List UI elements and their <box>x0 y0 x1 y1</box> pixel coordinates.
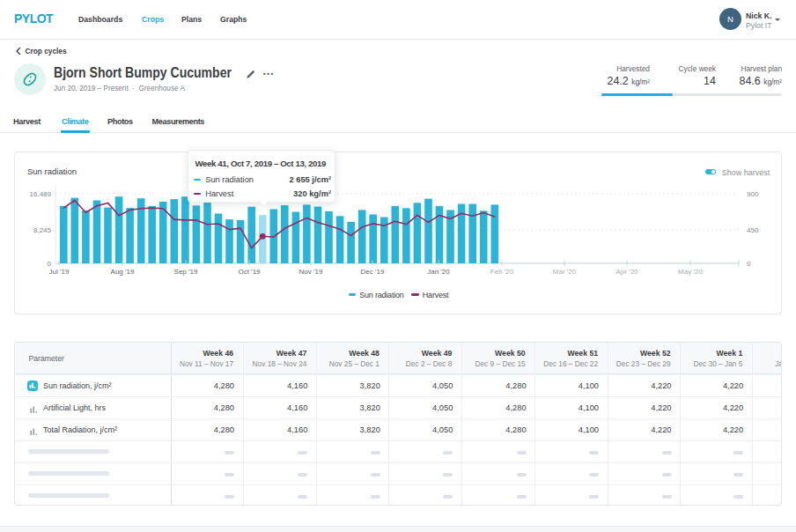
svg-text:Mar '20: Mar '20 <box>553 268 577 276</box>
svg-text:Feb '20: Feb '20 <box>490 268 514 276</box>
svg-text:0: 0 <box>747 260 751 268</box>
svg-text:Aug '19: Aug '19 <box>111 268 135 276</box>
svg-text:Nov '19: Nov '19 <box>299 268 323 276</box>
svg-text:Oct '19: Oct '19 <box>238 268 261 276</box>
svg-text:Dec '19: Dec '19 <box>361 268 385 276</box>
svg-text:900: 900 <box>747 190 759 198</box>
svg-text:May '20: May '20 <box>678 268 703 276</box>
svg-text:8,245: 8,245 <box>33 226 52 234</box>
svg-text:Apr '20: Apr '20 <box>615 268 638 276</box>
svg-text:16,489: 16,489 <box>30 190 52 198</box>
svg-text:450: 450 <box>747 226 759 234</box>
svg-text:Jul '19: Jul '19 <box>49 268 70 276</box>
svg-text:Sep '19: Sep '19 <box>174 268 198 276</box>
svg-text:Jan '20: Jan '20 <box>427 268 450 276</box>
